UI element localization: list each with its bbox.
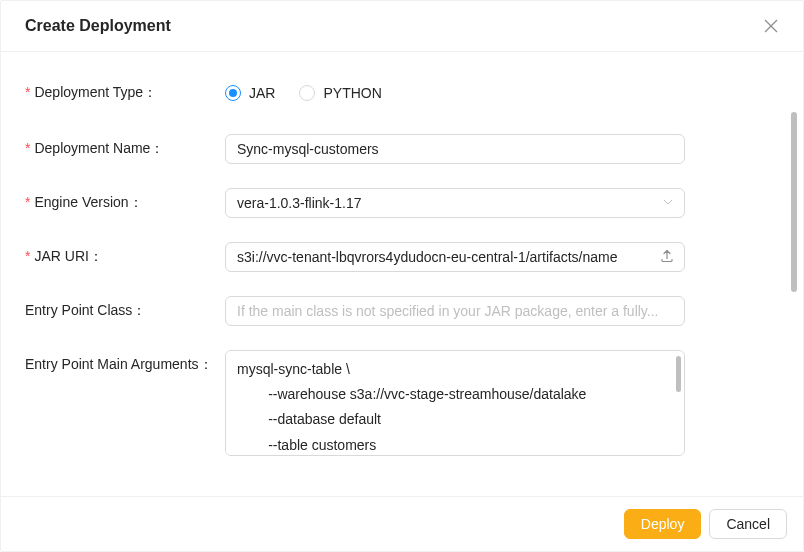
- textarea-scrollbar[interactable]: [676, 356, 681, 392]
- entry-point-args-textarea[interactable]: [225, 350, 685, 456]
- body-scrollbar-thumb[interactable]: [791, 112, 797, 292]
- required-mark: *: [25, 194, 30, 210]
- required-mark: *: [25, 84, 30, 100]
- deployment-type-row: *Deployment Type： JAR PYTHON: [25, 84, 779, 102]
- deployment-name-row: *Deployment Name：: [25, 134, 779, 164]
- deployment-name-input[interactable]: [225, 134, 685, 164]
- deployment-type-radio-group: JAR PYTHON: [225, 85, 685, 101]
- entry-point-class-label: Entry Point Class：: [25, 296, 225, 320]
- radio-jar[interactable]: JAR: [225, 85, 275, 101]
- jar-uri-row: *JAR URI：: [25, 242, 779, 272]
- upload-icon[interactable]: [660, 249, 674, 266]
- engine-version-row: *Engine Version： vera-1.0.3-flink-1.17: [25, 188, 779, 218]
- required-mark: *: [25, 248, 30, 264]
- modal-title: Create Deployment: [25, 17, 171, 35]
- modal-header: Create Deployment: [1, 1, 803, 52]
- deploy-button[interactable]: Deploy: [624, 509, 702, 539]
- cancel-button[interactable]: Cancel: [709, 509, 787, 539]
- jar-uri-label: *JAR URI：: [25, 242, 225, 266]
- engine-version-label: *Engine Version：: [25, 188, 225, 212]
- radio-circle-icon: [225, 85, 241, 101]
- deployment-type-label: *Deployment Type：: [25, 84, 225, 102]
- required-mark: *: [25, 140, 30, 156]
- radio-circle-icon: [299, 85, 315, 101]
- entry-point-args-row: Entry Point Main Arguments：: [25, 350, 779, 459]
- radio-python[interactable]: PYTHON: [299, 85, 381, 101]
- jar-uri-input[interactable]: [225, 242, 685, 272]
- modal-footer: Deploy Cancel: [1, 496, 803, 551]
- entry-point-args-label: Entry Point Main Arguments：: [25, 350, 225, 374]
- entry-point-class-input[interactable]: [225, 296, 685, 326]
- entry-point-class-row: Entry Point Class：: [25, 296, 779, 326]
- jar-uri-wrap: [225, 242, 685, 272]
- deployment-name-label: *Deployment Name：: [25, 134, 225, 158]
- close-icon[interactable]: [763, 18, 779, 34]
- engine-version-selected[interactable]: vera-1.0.3-flink-1.17: [225, 188, 685, 218]
- body-scrollbar-track[interactable]: [791, 112, 797, 352]
- modal-body: *Deployment Type： JAR PYTHON *Deployment: [1, 52, 803, 496]
- create-deployment-modal: Create Deployment *Deployment Type： JAR: [0, 0, 804, 552]
- engine-version-select[interactable]: vera-1.0.3-flink-1.17: [225, 188, 685, 218]
